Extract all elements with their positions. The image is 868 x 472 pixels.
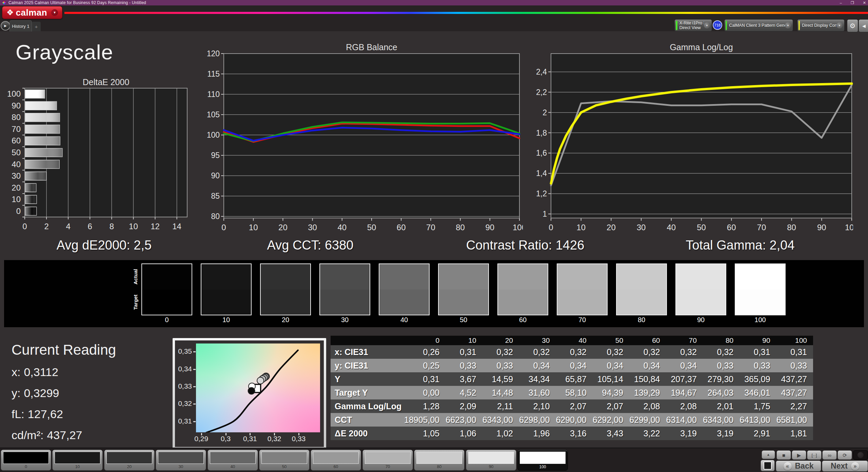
table-cell: 150,84 (629, 372, 666, 386)
next-button[interactable]: Next » (822, 460, 868, 472)
pattern-button-10[interactable]: 10 (52, 450, 103, 471)
grayscale-swatch-20 (260, 263, 311, 315)
table-cell: 1,02 (482, 427, 519, 440)
svg-text:2: 2 (542, 108, 547, 117)
maximize-button[interactable]: ❐ (851, 1, 854, 5)
pattern-button-30[interactable]: 30 (156, 450, 206, 471)
pattern-generator-dropdown[interactable]: CalMAN Client 3 Pattern Generator ▼ (724, 19, 793, 32)
swatch-actual (439, 264, 488, 290)
minimize-button[interactable]: – (840, 1, 842, 5)
cie-measurement-point (257, 377, 264, 384)
cie-y-tick (193, 421, 196, 422)
pattern-button-20[interactable]: 20 (104, 450, 155, 471)
table-cell: 0,34 (629, 359, 666, 372)
table-cell: 0,32 (556, 345, 592, 359)
panel-up-button[interactable]: ▲ (762, 450, 775, 459)
table-cell: 1,28 (404, 399, 446, 413)
pattern-button-0[interactable]: 0 (1, 450, 51, 471)
pattern-button-90[interactable]: 90 (466, 450, 516, 471)
pattern-button-60[interactable]: 60 (311, 450, 361, 471)
grayscale-swatch-60 (497, 263, 548, 315)
cie-y-tick-label: 0,32 (175, 399, 192, 408)
swatch-actual (676, 264, 726, 290)
add-tab-button[interactable]: + (32, 22, 41, 31)
svg-text:40: 40 (337, 223, 347, 232)
chevron-down-icon[interactable]: ▼ (836, 22, 843, 28)
avg-cct-value: Avg CCT: 6380 (267, 238, 354, 253)
contrast-ratio-value: Contrast Ratio: 1426 (466, 238, 585, 253)
pattern-button-40[interactable]: 40 (208, 450, 258, 471)
pattern-swatch (468, 452, 514, 464)
refresh-button[interactable]: ⟳ (837, 450, 852, 460)
svg-text:60: 60 (397, 223, 406, 232)
back-button[interactable]: « Back (776, 460, 821, 472)
swatch-level-label: 90 (675, 316, 726, 324)
chevron-down-icon[interactable]: ▼ (785, 22, 791, 28)
refresh-icon: ⟳ (843, 453, 847, 458)
close-button[interactable]: ✕ (863, 1, 866, 5)
cie-x-tick (201, 433, 202, 435)
table-cell: 0,00 (404, 386, 446, 399)
pattern-level-label: 0 (1, 465, 51, 469)
loop-button[interactable]: ∞ (822, 450, 837, 460)
tab-history-1[interactable]: History 1 (9, 20, 32, 32)
table-cell: 0,32 (519, 345, 556, 359)
svg-text:70: 70 (426, 223, 435, 232)
pattern-button-70[interactable]: 70 (362, 450, 413, 471)
cie-y-tick-label: 0,34 (175, 365, 192, 373)
range-button[interactable]: [··] (807, 450, 822, 460)
table-column-header: 30 (519, 336, 556, 345)
table-cell: 0,26 (404, 345, 446, 359)
cie-x-tick (274, 433, 275, 435)
pattern-button-50[interactable]: 50 (259, 450, 310, 471)
settings-button[interactable]: ⚙ (847, 19, 858, 32)
svg-text:1: 1 (542, 210, 547, 218)
table-cell: 1,06 (446, 427, 482, 440)
cie-overlay (196, 343, 320, 432)
svg-text:6: 6 (88, 222, 92, 231)
display-control-dropdown[interactable]: Direct Display Control ▼ (797, 19, 845, 32)
swatch-actual (617, 264, 666, 290)
collapse-panel-button[interactable]: ◀ (859, 19, 868, 32)
reading-y: y:0,3299 (12, 387, 59, 400)
table-cell: 0,34 (666, 359, 703, 372)
pattern-swatch (158, 452, 204, 464)
svg-text:70: 70 (12, 124, 21, 134)
pattern-button-80[interactable]: 80 (414, 450, 465, 471)
swatch-level-label: 30 (319, 316, 370, 324)
table-row: CCT18905,006623,006343,006298,006290,006… (331, 413, 813, 427)
svg-text:90: 90 (12, 101, 21, 110)
table-cell: 365,09 (739, 372, 776, 386)
stop-button[interactable]: ■ (776, 450, 791, 460)
table-cell: 94,39 (593, 386, 629, 399)
grayscale-swatch-100 (735, 263, 786, 315)
table-cell: 1,81 (776, 427, 813, 440)
table-row: Y0,313,6714,5934,3465,87105,14150,84207,… (331, 372, 813, 386)
meter-dropdown[interactable]: X-Rite i1Pro 3Direct View ▼ (674, 19, 712, 32)
layout-nav-button[interactable]: ▶ (1, 21, 10, 31)
cie-y-tick-label: 0,35 (175, 347, 192, 355)
pattern-button-100[interactable]: 100 (517, 450, 568, 471)
pattern-swatch (210, 452, 256, 464)
chevron-down-icon[interactable]: ▼ (704, 22, 710, 28)
gamma-log-log-chart: 11,21,41,61,822,22,401020304050607080901… (533, 49, 853, 234)
meter-badge[interactable]: 718 (713, 20, 722, 30)
play-button[interactable]: ▶ (792, 450, 806, 460)
svg-text:0: 0 (549, 223, 553, 232)
swatch-target (379, 290, 429, 315)
record-button[interactable] (853, 450, 868, 460)
table-row: Target Y0,004,5214,4831,6058,1094,39139,… (331, 386, 813, 399)
page-title: Grayscale (16, 40, 113, 64)
cie-y-tick (193, 404, 196, 405)
table-cell: 6298,00 (519, 413, 556, 427)
table-cell: 264,03 (703, 386, 739, 399)
svg-text:20: 20 (278, 223, 288, 232)
pattern-swatch (365, 452, 411, 464)
table-cell: 279,30 (703, 372, 739, 386)
svg-text:20: 20 (607, 223, 616, 232)
calman-menu-button[interactable]: ❖ calman ▼ (2, 6, 62, 19)
svg-text:10: 10 (576, 223, 586, 232)
table-cell: 14,59 (482, 372, 519, 386)
chevron-down-icon[interactable]: ▼ (51, 9, 58, 16)
pattern-window-button[interactable] (761, 460, 775, 471)
